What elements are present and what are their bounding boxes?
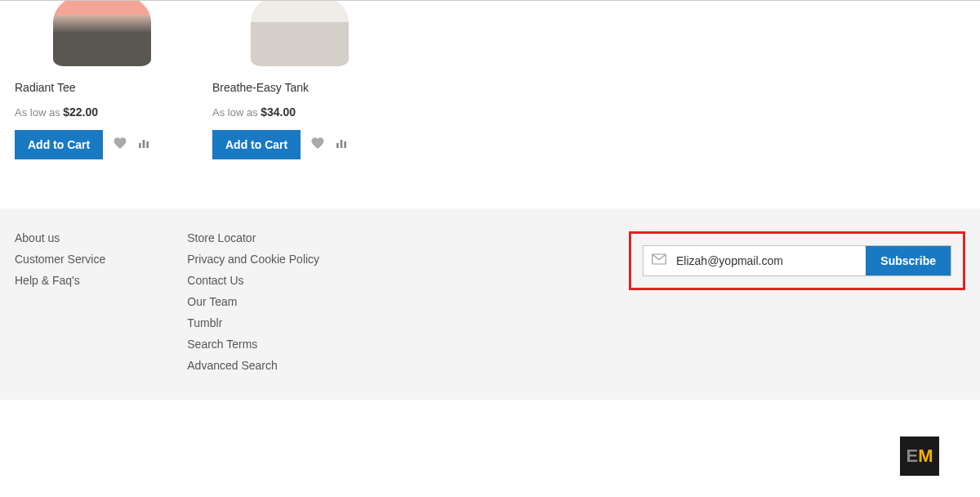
subscribe-highlight-box: Subscribe [629, 231, 965, 290]
product-thumbnail-placeholder [251, 1, 349, 66]
subscribe-form: Subscribe [643, 245, 951, 276]
product-price: As low as $34.00 [212, 105, 387, 119]
wishlist-heart-icon[interactable] [113, 136, 127, 154]
price-prefix: As low as [212, 106, 261, 119]
product-image[interactable] [15, 1, 189, 66]
product-name[interactable]: Breathe-Easy Tank [212, 81, 387, 94]
footer-column: About us Customer Service Help & Faq's [15, 231, 105, 372]
footer: About us Customer Service Help & Faq's S… [0, 208, 980, 400]
product-thumbnail-placeholder [53, 1, 151, 66]
price-value: $22.00 [63, 105, 98, 119]
product-name[interactable]: Radiant Tee [15, 81, 189, 94]
svg-rect-1 [143, 140, 145, 148]
svg-rect-5 [345, 141, 347, 148]
add-to-cart-button[interactable]: Add to Cart [212, 130, 301, 159]
footer-link-our-team[interactable]: Our Team [187, 295, 319, 308]
product-actions: Add to Cart [15, 130, 189, 159]
product-card: Breathe-Easy Tank As low as $34.00 Add t… [212, 1, 387, 159]
svg-rect-2 [147, 141, 149, 148]
footer-link-contact[interactable]: Contact Us [187, 274, 319, 287]
footer-link-store-locator[interactable]: Store Locator [187, 231, 319, 244]
compare-bars-icon[interactable] [137, 137, 150, 153]
mail-icon [644, 253, 673, 268]
footer-link-help-faq[interactable]: Help & Faq's [15, 274, 105, 287]
product-image[interactable] [212, 1, 387, 66]
add-to-cart-button[interactable]: Add to Cart [15, 130, 103, 159]
product-price: As low as $22.00 [15, 105, 189, 119]
products-row: Radiant Tee As low as $22.00 Add to Cart… [0, 1, 980, 159]
product-card: Radiant Tee As low as $22.00 Add to Cart [15, 1, 189, 159]
footer-link-tumblr[interactable]: Tumblr [187, 316, 319, 329]
svg-rect-0 [139, 143, 141, 148]
svg-rect-4 [341, 140, 343, 148]
footer-links: About us Customer Service Help & Faq's S… [15, 231, 319, 372]
footer-link-privacy[interactable]: Privacy and Cookie Policy [187, 253, 319, 266]
price-prefix: As low as [15, 106, 63, 119]
price-value: $34.00 [261, 105, 296, 119]
footer-link-search-terms[interactable]: Search Terms [187, 338, 319, 351]
compare-bars-icon[interactable] [335, 137, 348, 153]
wishlist-heart-icon[interactable] [310, 136, 325, 154]
footer-link-customer-service[interactable]: Customer Service [15, 253, 105, 266]
subscribe-button[interactable]: Subscribe [866, 246, 951, 275]
subscribe-email-input[interactable] [673, 248, 866, 274]
footer-link-about[interactable]: About us [15, 231, 105, 244]
footer-column: Store Locator Privacy and Cookie Policy … [187, 231, 319, 372]
product-actions: Add to Cart [212, 130, 387, 159]
footer-link-advanced-search[interactable]: Advanced Search [187, 359, 319, 372]
svg-rect-3 [336, 143, 339, 148]
